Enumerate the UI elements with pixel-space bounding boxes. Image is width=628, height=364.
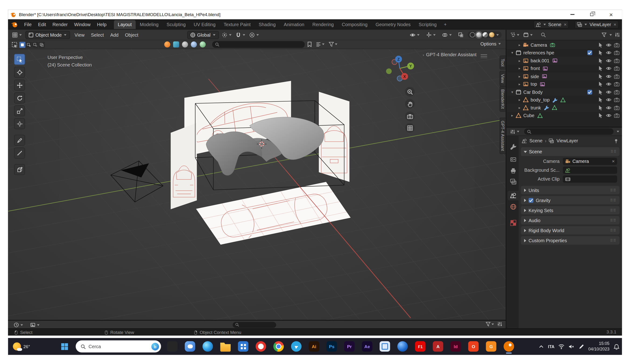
active-tool-icon[interactable] [11, 42, 18, 48]
outliner-row[interactable]: ▸Cube [506, 112, 622, 120]
start-button[interactable] [56, 338, 72, 355]
taskbar-app-blender[interactable] [501, 338, 517, 355]
tool-cursor-button[interactable] [14, 67, 25, 78]
outliner-editor-type-button[interactable] [508, 31, 522, 38]
properties-tab-texture[interactable] [508, 218, 519, 228]
taskbar-app-edge[interactable] [200, 338, 216, 355]
expand-arrow[interactable]: ▸ [517, 82, 522, 86]
viewport-menu-view[interactable]: View [72, 31, 88, 39]
selectable-toggle-icon[interactable] [598, 73, 604, 79]
add-workspace-button[interactable]: + [441, 21, 450, 28]
expand-arrow[interactable]: ▸ [517, 67, 522, 71]
outliner-search-icon[interactable] [541, 32, 546, 37]
clock[interactable]: 15:05 04/10/2023 [588, 341, 610, 352]
section-keying-sets[interactable]: Keying Sets⠿⠿ [521, 206, 619, 215]
tool-annotate-button[interactable] [14, 135, 25, 146]
select-intersect-button[interactable] [39, 42, 45, 48]
navigation-gizmo[interactable]: Z Y X [386, 56, 414, 81]
taskbar-app-after-effects[interactable]: Ae [359, 338, 375, 355]
visibility-toggle-icon[interactable] [606, 42, 611, 48]
outliner-item-label[interactable]: trunk [531, 105, 541, 110]
tool-transform-button[interactable] [14, 118, 25, 129]
outliner-item-label[interactable]: body_top [531, 97, 550, 102]
properties-tab-render[interactable] [508, 154, 519, 164]
section-gravity[interactable]: Gravity⠿⠿ [521, 196, 619, 204]
properties-tab-view-layer[interactable] [508, 177, 519, 187]
tool-add-cube-button[interactable] [14, 164, 25, 175]
bookmarks-icon[interactable] [307, 42, 312, 47]
panel-drag-grip[interactable] [481, 54, 487, 58]
outliner-row[interactable]: ▸Camera [506, 41, 622, 49]
visibility-toggle-icon[interactable] [606, 50, 611, 56]
section-rigid-body-world[interactable]: Rigid Body World⠿⠿ [521, 226, 619, 234]
visibility-toggle-icon[interactable] [606, 73, 611, 79]
pin-icon[interactable] [614, 138, 619, 143]
taskbar-app-store[interactable] [235, 338, 251, 355]
taskbar-app-indesign[interactable]: Id [448, 338, 464, 355]
blender-menu-icon[interactable] [11, 21, 18, 28]
viewport-menu-select[interactable]: Select [88, 31, 107, 39]
collection-checkbox[interactable] [587, 90, 592, 94]
workspace-tab-geometry-nodes[interactable]: Geometry Nodes [372, 20, 415, 29]
taskbar-app-photos[interactable] [164, 338, 180, 355]
render-visibility-icon[interactable] [614, 113, 620, 118]
render-visibility-icon[interactable] [614, 73, 620, 79]
expand-arrow[interactable]: ▸ [517, 43, 522, 47]
outliner-row[interactable]: ▾references hpe [506, 49, 622, 57]
collection-checkbox[interactable] [587, 50, 592, 55]
properties-editor-type-button[interactable] [508, 128, 522, 135]
workspace-tab-modeling[interactable]: Modeling [136, 20, 162, 29]
restore-button[interactable] [587, 11, 596, 18]
menu-window[interactable]: Window [71, 21, 94, 28]
3d-viewport-canvas[interactable]: Z Y X User Perspective (24) Scene Collec… [8, 49, 505, 320]
window-titlebar[interactable]: Blender* [C:\Users\franc\OneDrive\Deskto… [8, 9, 622, 19]
unlink-scene-button[interactable]: × [564, 22, 567, 27]
tool-scale-button[interactable] [14, 105, 25, 116]
outliner-item-label[interactable]: back.001 [531, 58, 550, 63]
render-visibility-icon[interactable] [614, 89, 620, 95]
blenderkit-search-input[interactable] [212, 41, 305, 48]
viewport-menu-add[interactable]: Add [107, 31, 122, 39]
outliner-options-icon[interactable] [615, 32, 620, 37]
material-shading-button[interactable] [483, 32, 488, 37]
outliner-display-mode-button[interactable] [522, 31, 535, 38]
select-subtract-button[interactable] [32, 42, 38, 48]
visibility-toggle-icon[interactable] [606, 97, 611, 103]
tool-select-box-button[interactable] [14, 54, 25, 65]
taskbar-app-opera-gx[interactable]: O [465, 338, 481, 355]
proportional-editing-toggle[interactable] [247, 31, 261, 39]
assistant-panel-header[interactable]: ›GPT-4 Blender Assistant [423, 52, 476, 57]
selectable-toggle-icon[interactable] [598, 50, 604, 56]
reference-plane-front[interactable] [171, 123, 197, 209]
background-scene-field[interactable] [563, 167, 617, 174]
wifi-icon[interactable] [558, 342, 565, 351]
menu-file[interactable]: File [21, 21, 35, 28]
taskbar-app-telegram[interactable] [288, 338, 305, 355]
workspace-tab-shading[interactable]: Shading [255, 20, 280, 29]
viewlayer-selector[interactable]: ViewLayer × [574, 20, 619, 28]
render-visibility-icon[interactable] [614, 50, 620, 56]
taskbar-app-browser[interactable] [394, 338, 411, 355]
object-visibility-dropdown[interactable] [408, 31, 422, 39]
taskbar-app-g-app[interactable]: G [483, 338, 499, 355]
section-audio[interactable]: Audio⠿⠿ [521, 216, 619, 224]
bottom-editor-type-button[interactable] [12, 322, 25, 328]
outliner-item-label[interactable]: top [531, 82, 537, 86]
volume-icon[interactable] [568, 342, 575, 351]
properties-tab-tool[interactable] [508, 142, 519, 151]
xray-toggle[interactable] [456, 31, 465, 39]
rendered-shading-button[interactable] [489, 32, 494, 37]
pan-button[interactable] [405, 99, 415, 108]
zoom-button[interactable] [405, 87, 415, 96]
selectable-toggle-icon[interactable] [598, 105, 604, 111]
workspace-tab-scripting[interactable]: Scripting [415, 20, 441, 29]
properties-tab-output[interactable] [508, 166, 519, 175]
camera-view-button[interactable] [405, 112, 415, 121]
sidebar-tab-tool[interactable]: Tool [500, 56, 506, 70]
workspace-tab-animation[interactable]: Animation [280, 20, 309, 29]
blenderkit-hdr-icon[interactable] [191, 42, 197, 48]
taskbar-app-f1[interactable]: F1 [412, 338, 428, 355]
workspace-tab-compositing[interactable]: Compositing [338, 20, 372, 29]
transform-orientation-dropdown[interactable]: Global [187, 31, 219, 39]
outliner-row[interactable]: ▸trunk [506, 104, 622, 112]
